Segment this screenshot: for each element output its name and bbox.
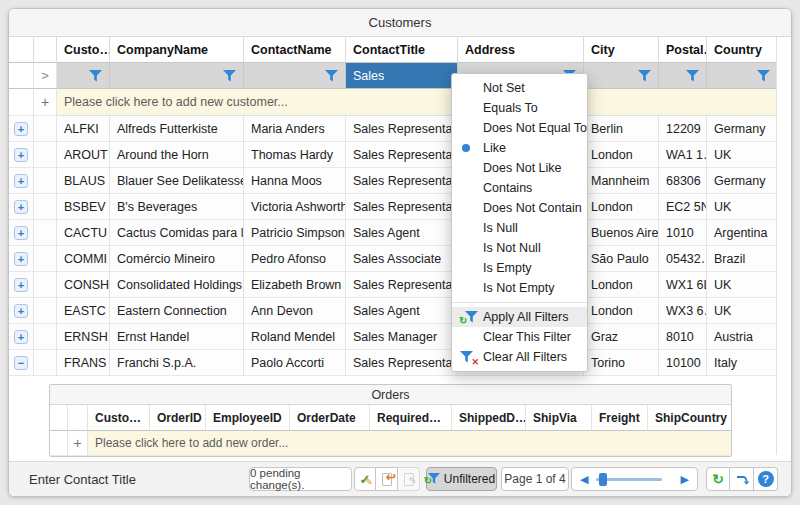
refresh-button[interactable]: ↻ <box>706 467 730 491</box>
cell-city[interactable]: Mannheim <box>584 168 659 194</box>
cell-contacttitle[interactable]: Sales Representative <box>346 350 458 376</box>
cell-city[interactable]: London <box>584 142 659 168</box>
column-header-country[interactable]: Country <box>707 37 778 63</box>
cell-postal[interactable]: WA1 1… <box>659 142 707 168</box>
menu-item-not-set[interactable]: Not Set <box>452 78 587 98</box>
orders-column-shippeddate[interactable]: ShippedD… <box>452 405 526 431</box>
cell-customerid[interactable]: COMMI <box>57 246 110 272</box>
cell-companyname[interactable]: Eastern Connection <box>110 298 244 324</box>
cell-customerid[interactable]: EASTC <box>57 298 110 324</box>
column-header-contactname[interactable]: ContactName <box>244 37 346 63</box>
cell-customerid[interactable]: ALFKI <box>57 116 110 142</box>
cell-postal[interactable]: WX1 6LT <box>659 272 707 298</box>
column-header-address[interactable]: Address <box>458 37 584 63</box>
cell-city[interactable]: Graz <box>584 324 659 350</box>
menu-item-is-not-empty[interactable]: Is Not Empty <box>452 278 587 298</box>
filter-funnel-icon[interactable] <box>638 70 651 82</box>
filter-cell-postal[interactable] <box>659 63 707 89</box>
expand-button[interactable]: + <box>14 226 28 240</box>
cell-city[interactable]: London <box>584 298 659 324</box>
cell-postal[interactable]: 1010 <box>659 220 707 246</box>
page-slider[interactable] <box>596 478 662 481</box>
menu-item-does-not-like[interactable]: Does Not Like <box>452 158 587 178</box>
menu-item-like-selected[interactable]: Like <box>452 138 587 158</box>
cell-country[interactable]: Argentina <box>707 220 778 246</box>
cell-customerid[interactable]: CONSH <box>57 272 110 298</box>
cell-country[interactable]: UK <box>707 142 778 168</box>
cell-city[interactable]: London <box>584 272 659 298</box>
menu-item-does-not-equal-to[interactable]: Does Not Equal To <box>452 118 587 138</box>
cell-city[interactable]: Torino <box>584 350 659 376</box>
column-header-contacttitle[interactable]: ContactTitle <box>346 37 458 63</box>
cell-city[interactable]: São Paulo <box>584 246 659 272</box>
cell-country[interactable]: Brazil <box>707 246 778 272</box>
add-customer-prompt[interactable]: Please click here to add new customer... <box>57 89 778 116</box>
cell-city[interactable]: Berlin <box>584 116 659 142</box>
add-row-icon[interactable]: + <box>41 94 49 110</box>
filter-funnel-icon[interactable] <box>686 70 699 82</box>
cell-contactname[interactable]: Victoria Ashworth <box>244 194 346 220</box>
orders-column-shipcountry[interactable]: ShipCountry <box>648 405 732 431</box>
revert-changes-button[interactable]: ↩ <box>376 467 398 491</box>
cell-companyname[interactable]: Consolidated Holdings <box>110 272 244 298</box>
cell-customerid[interactable]: BLAUS <box>57 168 110 194</box>
cell-contacttitle[interactable]: Sales Representative <box>346 142 458 168</box>
cell-contactname[interactable]: Ann Devon <box>244 298 346 324</box>
add-row-icon[interactable]: + <box>73 435 81 451</box>
cell-companyname[interactable]: Around the Horn <box>110 142 244 168</box>
expand-button[interactable]: + <box>14 252 28 266</box>
column-header-customerid[interactable]: Custo… <box>57 37 110 63</box>
cell-contacttitle[interactable]: Sales Agent <box>346 220 458 246</box>
cell-contactname[interactable]: Roland Mendel <box>244 324 346 350</box>
cell-contacttitle[interactable]: Sales Manager <box>346 324 458 350</box>
filter-cell-contactname[interactable] <box>244 63 346 89</box>
cell-contactname[interactable]: Elizabeth Brown <box>244 272 346 298</box>
cell-contacttitle[interactable]: Sales Representative <box>346 194 458 220</box>
expand-button[interactable]: + <box>14 278 28 292</box>
cell-city[interactable]: Buenos Aires <box>584 220 659 246</box>
cell-country[interactable]: Germany <box>707 168 778 194</box>
filter-funnel-icon[interactable] <box>325 70 338 82</box>
collapse-button[interactable]: − <box>14 356 28 370</box>
cell-postal[interactable]: 10100 <box>659 350 707 376</box>
cell-contacttitle[interactable]: Sales Associate <box>346 246 458 272</box>
column-header-companyname[interactable]: CompanyName <box>110 37 244 63</box>
cell-postal[interactable]: EC2 5NT <box>659 194 707 220</box>
cell-customerid[interactable]: ERNSH <box>57 324 110 350</box>
commit-changes-button[interactable]: ✓✎ <box>354 467 376 491</box>
filter-cell-customerid[interactable] <box>57 63 110 89</box>
orders-column-requireddate[interactable]: Required… <box>370 405 452 431</box>
column-header-postal[interactable]: Postal… <box>659 37 707 63</box>
cell-postal[interactable]: 8010 <box>659 324 707 350</box>
cell-contactname[interactable]: Pedro Afonso <box>244 246 346 272</box>
cell-city[interactable]: London <box>584 194 659 220</box>
filter-funnel-icon[interactable] <box>89 70 102 82</box>
help-button[interactable]: ? <box>754 467 778 491</box>
edit-record-button[interactable]: ✎ <box>398 467 420 491</box>
unfiltered-toggle-button[interactable]: ↻ Unfiltered <box>426 467 497 491</box>
cell-customerid[interactable]: FRANS <box>57 350 110 376</box>
cell-companyname[interactable]: Blauer See Delikatessen <box>110 168 244 194</box>
column-header-city[interactable]: City <box>584 37 659 63</box>
cell-contactname[interactable]: Patricio Simpson <box>244 220 346 246</box>
cell-companyname[interactable]: Alfreds Futterkiste <box>110 116 244 142</box>
cell-contacttitle[interactable]: Sales Representative <box>346 272 458 298</box>
cell-companyname[interactable]: Cactus Comidas para l… <box>110 220 244 246</box>
cell-contacttitle[interactable]: Sales Representative <box>346 168 458 194</box>
previous-page-button[interactable]: ◀ <box>572 473 596 486</box>
menu-item-does-not-contain[interactable]: Does Not Contain <box>452 198 587 218</box>
menu-item-is-null[interactable]: Is Null <box>452 218 587 238</box>
menu-item-is-empty[interactable]: Is Empty <box>452 258 587 278</box>
expand-button[interactable]: + <box>14 304 28 318</box>
next-page-button[interactable]: ▶ <box>673 473 697 486</box>
expand-button[interactable]: + <box>14 148 28 162</box>
cell-companyname[interactable]: Ernst Handel <box>110 324 244 350</box>
add-order-prompt[interactable]: Please click here to add new order... <box>88 431 732 456</box>
cell-country[interactable]: Italy <box>707 350 778 376</box>
orders-column-orderdate[interactable]: OrderDate <box>290 405 370 431</box>
export-button[interactable] <box>730 467 754 491</box>
cell-customerid[interactable]: BSBEV <box>57 194 110 220</box>
vertical-scrollbar-gutter[interactable] <box>776 37 791 455</box>
cell-companyname[interactable]: Franchi S.p.A. <box>110 350 244 376</box>
menu-item-equals-to[interactable]: Equals To <box>452 98 587 118</box>
